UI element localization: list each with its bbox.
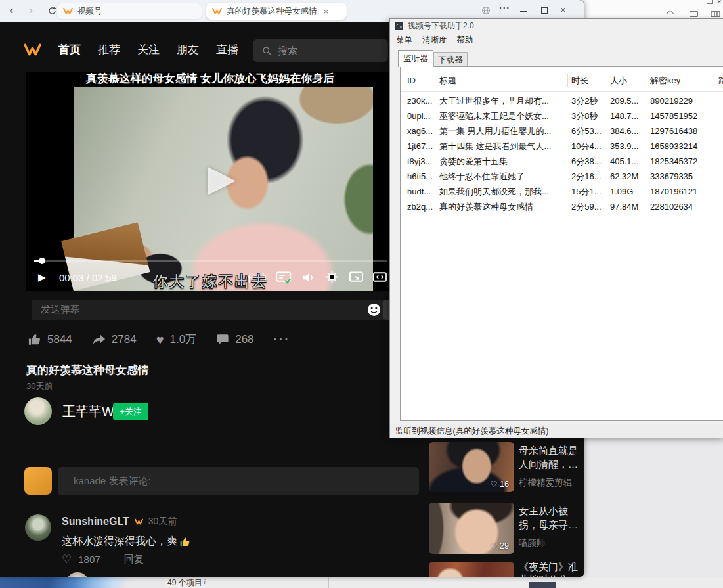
- close-icon[interactable]: ×: [717, 0, 721, 5]
- downloader-title: 视频号下载助手2.0: [408, 20, 474, 32]
- progress-bar[interactable]: [34, 260, 387, 262]
- cell-title: 他终于忍不住靠近她了: [439, 169, 525, 184]
- downloader-titlebar[interactable]: 视频号下载助手2.0: [390, 19, 723, 32]
- site-nav: 首页 推荐 关注 朋友 直播 生活: [24, 37, 278, 61]
- column-header-title[interactable]: 标题: [439, 71, 456, 91]
- comment-like-count: 1807: [78, 554, 100, 565]
- comment-like-icon[interactable]: ♡: [62, 553, 72, 566]
- nav-item-live[interactable]: 直播: [216, 42, 238, 57]
- cell-id: zb2q...: [407, 199, 433, 214]
- play-overlay-icon[interactable]: ▶: [208, 156, 236, 199]
- cell-size: 97.84M: [610, 199, 638, 214]
- channels-logo-icon: [212, 7, 222, 15]
- commenter-avatar[interactable]: [25, 514, 51, 541]
- commenter-avatar[interactable]: [66, 572, 89, 577]
- table-row[interactable]: h6ti5... 他终于忍不住靠近她了 2分16... 62.32M 33367…: [401, 169, 723, 184]
- line2: 拐，母亲寻…: [519, 519, 578, 530]
- cell-id: z30k...: [407, 93, 432, 108]
- related-thumbnail[interactable]: [429, 562, 514, 577]
- downloader-statusbar: 监听到视频信息(真的好羡慕这种母女感情): [390, 424, 723, 438]
- column-header-size[interactable]: 大小: [610, 71, 627, 91]
- table-row[interactable]: hudf... 如果我们明天都没死，那我... 15分1... 1.09G 18…: [401, 184, 723, 199]
- browser-menu-icon[interactable]: ···: [499, 3, 510, 13]
- status-message: 监听到视频信息(真的好羡慕这种母女感情): [395, 424, 548, 438]
- tab-channels-home[interactable]: 视频号: [56, 3, 202, 20]
- chevron-up-icon[interactable]: [666, 10, 674, 18]
- globe-icon[interactable]: [481, 6, 491, 15]
- table-row[interactable]: t8yj3... 贪婪的爱第十五集 6分38... 405.1... 18253…: [401, 154, 723, 169]
- restore-icon[interactable]: [707, 0, 713, 4]
- line1: 《夜关门》准: [519, 561, 578, 572]
- related-item-info[interactable]: 母亲简直就是人间清醒，… 柠檬精爱剪辑: [519, 443, 584, 489]
- tab-video-page[interactable]: 真的好羡慕这种母女感情 ×: [206, 3, 347, 20]
- tab-listener[interactable]: 监听器: [398, 50, 433, 67]
- column-header-duration[interactable]: 时长: [571, 71, 588, 91]
- forward-button[interactable]: ›: [29, 4, 33, 16]
- related-item-info[interactable]: 《夜关门》准儿媳对公公: [519, 560, 584, 577]
- nav-item-home[interactable]: 首页: [58, 42, 81, 57]
- related-author[interactable]: 嗑颜师: [519, 537, 584, 549]
- share-button[interactable]: 2784: [92, 333, 137, 346]
- comment-placeholder: kanade 发表评论:: [74, 475, 151, 487]
- back-button[interactable]: ‹: [9, 4, 13, 16]
- progress-knob[interactable]: [39, 258, 45, 264]
- danmaku-input[interactable]: 发送弹幕: [32, 300, 390, 320]
- cell-size: 1.09G: [610, 184, 633, 199]
- heart-icon: ♥: [156, 334, 164, 346]
- cell-key: 1658933214: [650, 139, 697, 154]
- tab-downloader[interactable]: 下载器: [433, 52, 468, 67]
- author-avatar[interactable]: [24, 397, 52, 425]
- line2: 人间清醒，…: [519, 459, 578, 470]
- column-header-key[interactable]: 解密key: [650, 71, 680, 91]
- folder-icon[interactable]: [690, 11, 698, 17]
- related-title[interactable]: 女主从小被拐，母亲寻…: [519, 504, 584, 531]
- line1: 女主从小被: [519, 505, 568, 516]
- reply-button[interactable]: 回复: [124, 553, 144, 566]
- table-row[interactable]: 0upl... 巫婆诬陷未来王妃是个妖女... 3分8秒 148.7... 14…: [401, 108, 723, 124]
- table-row[interactable]: 1jt67... 第十四集 这是我看到最气人... 10分4... 353.9.…: [401, 139, 723, 154]
- commenter-name[interactable]: SunshineGLT: [62, 516, 129, 528]
- nav-item-recommend[interactable]: 推荐: [98, 42, 120, 57]
- related-thumbnail[interactable]: ♡ 16: [429, 442, 514, 492]
- column-header-id[interactable]: ID: [407, 71, 416, 91]
- cell-key: 1870196121: [650, 184, 697, 199]
- minimize-button[interactable]: [520, 11, 527, 12]
- cell-duration: 15分1...: [571, 184, 602, 199]
- comment-button[interactable]: 268: [216, 333, 253, 346]
- menu-item-help[interactable]: 帮助: [457, 35, 473, 46]
- cell-id: h6ti5...: [407, 169, 433, 184]
- related-title[interactable]: 母亲简直就是人间清醒，…: [519, 443, 584, 471]
- share-count: 2784: [112, 333, 137, 346]
- channels-logo-icon[interactable]: [24, 43, 41, 57]
- table-row[interactable]: xag6... 第一集 男人用力捂住婴儿的... 6分53... 384.6..…: [401, 124, 723, 139]
- like-button[interactable]: 5844: [28, 333, 72, 346]
- related-author[interactable]: 柠檬精爱剪辑: [519, 477, 584, 489]
- related-thumbnail[interactable]: ♡ 29: [429, 503, 514, 554]
- statusbar-divider: [328, 577, 329, 588]
- comment-input[interactable]: kanade 发表评论:: [58, 467, 419, 495]
- favorite-button[interactable]: ♥ 1.0万: [156, 332, 197, 347]
- table-row[interactable]: zb2q... 真的好羡慕这种母女感情 2分59... 97.84M 22810…: [401, 199, 723, 214]
- tab-label: 真的好羡慕这种母女感情: [227, 6, 317, 17]
- keyboard-icon[interactable]: [711, 11, 720, 17]
- refresh-icon[interactable]: [47, 6, 57, 16]
- search-input[interactable]: 搜索: [253, 39, 388, 62]
- emoji-smiley-icon[interactable]: [367, 303, 381, 317]
- maximize-button[interactable]: [541, 7, 548, 14]
- tab-close-icon[interactable]: ×: [324, 7, 329, 16]
- more-actions-icon[interactable]: ···: [274, 332, 290, 347]
- column-header-path[interactable]: 路: [718, 71, 723, 91]
- nav-item-following[interactable]: 关注: [137, 42, 160, 57]
- menu-item-quality[interactable]: 清晰度: [422, 35, 447, 46]
- related-item-info[interactable]: 女主从小被拐，母亲寻… 嗑颜师: [519, 504, 584, 549]
- close-button[interactable]: ×: [560, 4, 566, 15]
- cell-duration: 10分4...: [571, 139, 602, 154]
- menu-item-menu[interactable]: 菜单: [396, 35, 412, 46]
- video-player[interactable]: 真羡慕这样的母女感情 女儿你放心飞妈妈在你身后 ▶ 你大了嫁不出去 ▶ 00:0…: [26, 72, 394, 291]
- table-row[interactable]: z30k... 大王过世很多年，芈月却有... 3分2秒 209.5... 89…: [401, 93, 723, 108]
- cell-title: 第一集 男人用力捂住婴儿的...: [439, 124, 551, 139]
- cell-duration: 2分16...: [571, 169, 602, 184]
- nav-item-friends[interactable]: 朋友: [177, 42, 199, 57]
- related-title[interactable]: 《夜关门》准儿媳对公公: [519, 560, 584, 577]
- follow-button[interactable]: +关注: [113, 403, 148, 420]
